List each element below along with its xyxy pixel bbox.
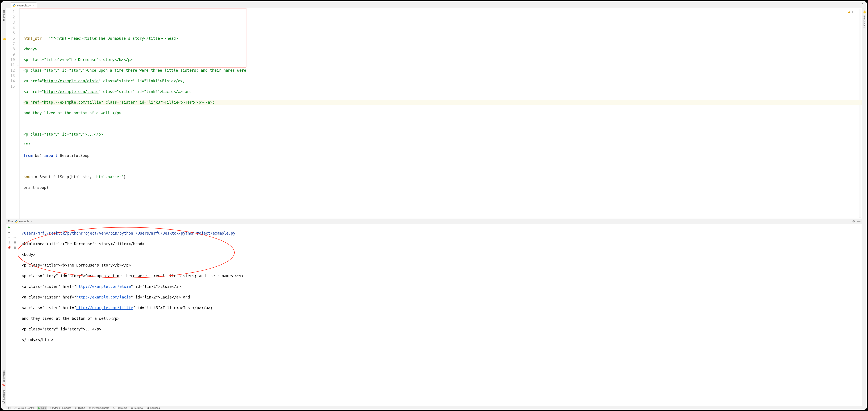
console-line: <p class="title"><b>The Dormouse's story… xyxy=(22,262,862,268)
line-number: 11 xyxy=(6,62,15,68)
editor-tab-bar: example.py × ⋮ xyxy=(1,1,867,8)
file-tab-label: example.py xyxy=(17,4,31,7)
status-version-control[interactable]: ⎇Version Control xyxy=(12,406,36,410)
vcs-icon: ⎇ xyxy=(14,407,17,409)
down-button[interactable]: ↓ xyxy=(13,230,17,234)
tab-overflow-button[interactable]: ⋮ xyxy=(860,2,865,7)
run-config-name[interactable]: example xyxy=(19,220,29,223)
sidebar-label: Bookmarks xyxy=(2,370,5,383)
minimize-icon[interactable]: — xyxy=(857,220,861,223)
structure-icon: 🏗 xyxy=(2,401,5,404)
soft-wrap-button[interactable]: ⮐ xyxy=(13,235,17,239)
console-line: <a class="sister" href="http://example.c… xyxy=(22,305,862,311)
line-number-with-marker: 🟡6 xyxy=(6,36,15,41)
status-label: TODO xyxy=(78,407,85,409)
run-console[interactable]: /Users/mrfu/Desktok/pythonProject/venv/b… xyxy=(18,224,862,406)
line-number: 13 xyxy=(6,73,15,78)
console-link[interactable]: http://example.com/lacie xyxy=(76,295,131,299)
stop-button[interactable]: ■ xyxy=(7,230,11,234)
editor-inspection-widget[interactable]: 1 ˄ ˅ xyxy=(848,9,859,14)
console-line: </body></html> xyxy=(22,337,862,342)
gear-icon[interactable]: ⚙ xyxy=(852,220,855,223)
sidebar-tool-structure[interactable]: 🏗 Structure xyxy=(2,390,5,404)
package-icon: ⌂ xyxy=(50,407,51,409)
status-label: Version Control xyxy=(18,407,34,409)
play-icon: ▶ xyxy=(38,407,40,409)
line-number: 4 xyxy=(6,25,15,30)
line-number: 2 xyxy=(6,14,15,20)
fold-handle-icon[interactable]: ⌃ xyxy=(17,63,19,68)
code-editor[interactable]: 1 ˄ ˅ html_str = """<html><head><title>T… xyxy=(20,8,862,219)
status-python-console[interactable]: ⌘Python Console xyxy=(87,406,111,410)
file-tab-example[interactable]: example.py × xyxy=(10,2,37,8)
terminal-icon: ▣ xyxy=(131,407,133,409)
sidebar-label: Project xyxy=(2,10,5,18)
pin-button[interactable]: 📌 xyxy=(7,246,11,249)
status-problems[interactable]: ⦿Problems xyxy=(112,406,128,410)
run-tool-window: Run: example × ⚙ — ▶ ↑ ■ ↓ ≡ ⮐ xyxy=(6,219,862,406)
python-file-icon xyxy=(15,220,18,223)
run-toolbar: ▶ ↑ ■ ↓ ≡ ⮐ ⇊ 🖶 📌 🗑 xyxy=(6,224,18,406)
status-label: Run xyxy=(41,407,46,409)
sidebar-tool-bookmarks[interactable]: 🔖 Bookmarks xyxy=(2,370,5,387)
work-area: 1 2 3 4 5 🟡6 7 8 9 10 11 12 13 14 15 ⌄ ⌃ xyxy=(6,8,862,406)
status-label: Python Console xyxy=(92,407,110,409)
sidebar-label: Structure xyxy=(2,390,5,400)
console-line: and they lived at the bottom of a well.<… xyxy=(22,316,862,321)
run-body: ▶ ↑ ■ ↓ ≡ ⮐ ⇊ 🖶 📌 🗑 /Users/mrfu/Desktok/… xyxy=(6,224,862,406)
run-title: Run: xyxy=(8,220,13,223)
scroll-to-end-button[interactable]: ⇊ xyxy=(7,241,11,244)
bell-icon: 🔔 xyxy=(863,10,866,13)
console-link[interactable]: http://example.com/tillie xyxy=(76,306,133,310)
console-line: <a class="sister" href="http://example.c… xyxy=(22,294,862,300)
console-link[interactable]: http://example.com/elsie xyxy=(76,284,131,289)
sidebar-label: Notifications xyxy=(863,14,866,28)
line-number: 14 xyxy=(6,78,15,84)
status-terminal[interactable]: ▣Terminal xyxy=(129,406,145,410)
warning-count: 1 xyxy=(852,9,854,14)
breakpoint-marker-icon[interactable]: 🟡 xyxy=(3,37,6,42)
status-bar: ◧ ⎇Version Control ▶Run ⌂Python Packages… xyxy=(6,406,862,410)
status-python-packages[interactable]: ⌂Python Packages xyxy=(48,406,73,410)
line-number: 10 xyxy=(6,57,15,62)
tool-windows-button[interactable]: ◧ xyxy=(8,406,11,410)
close-run-tab-icon[interactable]: × xyxy=(31,220,32,223)
up-button[interactable]: ↑ xyxy=(13,225,17,229)
console-line: <a class="sister" href="http://example.c… xyxy=(22,284,862,289)
trash-button[interactable]: 🗑 xyxy=(13,246,17,249)
status-label: Services xyxy=(150,407,160,409)
ide-window: example.py × ⋮ ▣ Project 🔖 Bookmarks 🏗 S… xyxy=(1,1,867,410)
sidebar-tool-project[interactable]: ▣ Project xyxy=(2,10,5,22)
status-label: Problems xyxy=(117,407,127,409)
layout-button[interactable]: ≡ xyxy=(7,235,11,239)
console-line: <body> xyxy=(22,252,862,257)
editor-gutter[interactable]: 1 2 3 4 5 🟡6 7 8 9 10 11 12 13 14 15 ⌄ ⌃ xyxy=(6,8,20,219)
todo-icon: ≡ xyxy=(75,407,76,409)
sidebar-tool-notifications[interactable]: 🔔 Notifications xyxy=(863,10,866,28)
line-number: 3 xyxy=(6,20,15,25)
python-file-icon xyxy=(13,4,16,7)
console-line: <html><head><title>The Dormouse's story<… xyxy=(22,241,862,247)
line-number: 1 xyxy=(6,9,15,14)
line-number: 15 xyxy=(6,84,15,89)
left-tool-strip: ▣ Project 🔖 Bookmarks 🏗 Structure xyxy=(1,8,6,406)
status-label: Terminal xyxy=(134,407,144,409)
line-number: 5 xyxy=(6,30,15,36)
chevron-up-icon[interactable]: ˄ xyxy=(855,9,856,14)
editor-pane: 1 2 3 4 5 🟡6 7 8 9 10 11 12 13 14 15 ⌄ ⌃ xyxy=(6,8,862,219)
folder-icon: ▣ xyxy=(2,19,5,22)
print-button[interactable]: 🖶 xyxy=(13,241,17,244)
status-services[interactable]: ◑Services xyxy=(146,406,161,410)
rerun-button[interactable]: ▶ xyxy=(7,225,11,229)
status-label: Python Packages xyxy=(52,407,71,409)
close-tab-icon[interactable]: × xyxy=(33,4,34,7)
console-command: /Users/mrfu/Desktok/pythonProject/venv/b… xyxy=(22,230,862,236)
svg-point-3 xyxy=(17,222,17,223)
status-todo[interactable]: ≡TODO xyxy=(74,406,86,410)
fold-handle-icon[interactable]: ⌄ xyxy=(17,10,19,15)
line-number: 8 xyxy=(6,46,15,52)
status-run[interactable]: ▶Run xyxy=(37,406,47,410)
warning-icon xyxy=(848,11,850,13)
line-number: 12 xyxy=(6,68,15,73)
python-icon: ⌘ xyxy=(89,407,91,409)
